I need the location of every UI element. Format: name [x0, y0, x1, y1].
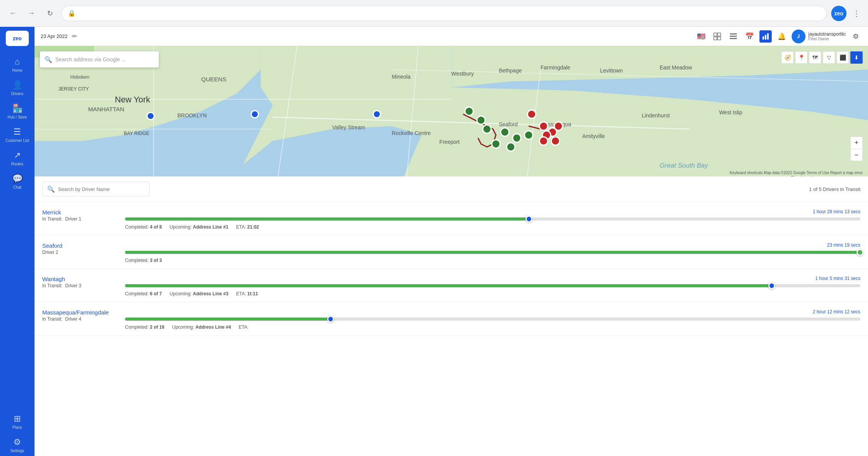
- drivers-panel: 🔍 1 of 5 Drivers in Transit Merrick In T…: [35, 176, 868, 456]
- upcoming-label-4: Upcoming: Address Line #4: [172, 324, 231, 330]
- svg-text:Massapequa: Massapequa: [540, 121, 571, 127]
- svg-point-72: [527, 110, 536, 119]
- sidebar-label-hub: Hub / Store: [8, 115, 27, 119]
- driver-massapequa-eta-right: 2 hour 12 mins 12 secs: [813, 309, 860, 314]
- refresh-button[interactable]: ↻: [43, 7, 57, 20]
- main-content: 23 Apr 2022 ✏ 🇺🇸 📅 🔔 J: [35, 27, 868, 456]
- svg-point-61: [512, 134, 521, 142]
- notification-icon[interactable]: 🔔: [776, 30, 788, 43]
- svg-line-20: [523, 69, 541, 176]
- svg-text:QUEENS: QUEENS: [201, 76, 227, 82]
- calendar-icon[interactable]: 📅: [743, 30, 756, 43]
- driver-search-icon: 🔍: [47, 186, 55, 193]
- grid1-icon[interactable]: [711, 30, 723, 43]
- svg-point-55: [251, 110, 259, 118]
- map-ctrl-street[interactable]: 🧭: [781, 51, 794, 64]
- svg-text:ELMHURST: ELMHURST: [171, 46, 201, 47]
- driver-massapequa-name[interactable]: Massapequa/Farmingdale: [42, 309, 119, 316]
- sidebar-label-routes: Routes: [11, 162, 23, 166]
- svg-text:West Islip: West Islip: [719, 109, 742, 115]
- map-background: MANHATTAN New York QUEENS BROOKLYN Valle…: [35, 46, 868, 176]
- zoom-out-button[interactable]: −: [850, 149, 863, 161]
- sidebar-item-plans[interactable]: ⊞ Plans: [3, 411, 32, 433]
- map-search-bar[interactable]: 🔍 Search address via Google ...: [40, 51, 159, 67]
- completed-label-4: Completed: 2 of 16: [125, 324, 165, 330]
- svg-text:Seaford: Seaford: [499, 121, 518, 127]
- driver-merrick-id: Driver 1: [65, 216, 81, 222]
- driver-wantagh-details: Completed: 6 of 7 Upcoming: Address Line…: [125, 291, 860, 296]
- driver-seaford-progress-section: 23 mins 19 secs Completed: 3 of 3: [125, 242, 860, 263]
- grid2-icon[interactable]: [727, 30, 740, 43]
- eta-label-4: ETA:: [239, 324, 249, 330]
- driver-merrick-progress-bar: [125, 217, 860, 221]
- map-ctrl-pin[interactable]: 📍: [795, 51, 807, 64]
- drivers-header: 🔍 1 of 5 Drivers in Transit: [35, 176, 868, 202]
- svg-text:Amityville: Amityville: [582, 133, 605, 139]
- top-bar: 23 Apr 2022 ✏ 🇺🇸 📅 🔔 J: [35, 27, 868, 46]
- upcoming-label-3: Upcoming: Address Line #3: [170, 291, 228, 296]
- driver-wantagh-progress-section: 1 hour 5 mins 31 secs Completed: 6 of 7 …: [125, 276, 860, 296]
- svg-point-57: [465, 107, 473, 115]
- driver-row: Merrick In Transit: Driver 1 1 hour 28 m…: [35, 202, 868, 235]
- driver-search-input[interactable]: [58, 186, 145, 192]
- svg-point-58: [477, 116, 485, 124]
- driver-merrick-progress-section: 1 hour 28 mins 13 secs Completed: 4 of 8…: [125, 209, 860, 230]
- forward-button[interactable]: →: [25, 7, 38, 20]
- driver-wantagh-name[interactable]: Wantagh: [42, 276, 119, 282]
- svg-point-60: [501, 128, 509, 136]
- driver-merrick-name[interactable]: Merrick: [42, 209, 119, 216]
- user-details: jayautotransportlic Fleet Owner: [809, 31, 846, 41]
- sidebar-label-plans: Plans: [12, 425, 22, 430]
- map-ctrl-layer[interactable]: 🗺: [809, 51, 821, 64]
- chart-icon[interactable]: [759, 30, 772, 43]
- svg-text:ASTORIA: ASTORIA: [64, 46, 88, 47]
- zoom-in-button[interactable]: +: [850, 137, 863, 149]
- driver-row-top: Seaford Driver 2 23 mins 19 secs: [42, 242, 860, 263]
- sidebar-item-hub[interactable]: 🏪 Hub / Store: [3, 100, 32, 122]
- svg-point-67: [554, 122, 563, 130]
- svg-text:BROOKLYN: BROOKLYN: [178, 112, 207, 119]
- upcoming-label-1: Upcoming: Address Line #1: [170, 224, 228, 230]
- flag-icon[interactable]: 🇺🇸: [695, 30, 707, 43]
- user-info[interactable]: J jayautotransportlic Fleet Owner: [792, 30, 846, 43]
- svg-marker-15: [243, 126, 422, 176]
- sidebar-item-routes[interactable]: ↗ Routes: [3, 147, 32, 169]
- sidebar-item-customer-list[interactable]: ☰ Customer List: [3, 124, 32, 146]
- sidebar-item-chat[interactable]: 💬 Chat: [3, 171, 32, 193]
- map-ctrl-fullscreen[interactable]: ⬛: [837, 51, 849, 64]
- sidebar-item-drivers[interactable]: 👤 Drivers: [3, 77, 32, 99]
- routes-icon: ↗: [14, 150, 21, 160]
- svg-rect-1: [718, 33, 721, 36]
- svg-text:JERSEY CITY: JERSEY CITY: [58, 86, 89, 92]
- driver-seaford-progress-bar: [125, 251, 860, 254]
- driver-merrick-status: In Transit:: [42, 216, 63, 222]
- profile-button[interactable]: zeo: [831, 6, 847, 21]
- map-ctrl-arrow[interactable]: ▽: [823, 51, 835, 64]
- svg-text:Great South Bay: Great South Bay: [660, 162, 709, 169]
- sidebar-item-home[interactable]: ⌂ Home: [3, 54, 32, 76]
- sidebar-item-settings[interactable]: ⚙ Settings: [3, 434, 32, 456]
- svg-point-63: [492, 140, 500, 148]
- svg-text:BAY RIDGE: BAY RIDGE: [124, 131, 149, 136]
- svg-text:Mineola: Mineola: [392, 74, 410, 80]
- sidebar-label-chat: Chat: [13, 185, 21, 189]
- lock-icon: 🔒: [68, 10, 76, 17]
- driver-row: Wantagh In Transit: Driver 3 1 hour 5 mi…: [35, 269, 868, 302]
- map-search-placeholder: Search address via Google ...: [55, 56, 126, 63]
- driver-massapequa-label: In Transit: Driver 4: [42, 316, 119, 322]
- svg-text:New York: New York: [115, 95, 150, 104]
- svg-point-68: [542, 131, 551, 139]
- edit-date-button[interactable]: ✏: [72, 33, 77, 40]
- completed-label-2: Completed: 3 of 3: [125, 258, 162, 263]
- svg-line-18: [273, 46, 303, 176]
- sidebar-label-customer-list: Customer List: [5, 138, 29, 143]
- driver-row-top: Wantagh In Transit: Driver 3 1 hour 5 mi…: [42, 276, 860, 296]
- topbar-settings-icon[interactable]: ⚙: [850, 30, 862, 43]
- back-button[interactable]: ←: [6, 7, 20, 20]
- map-ctrl-download[interactable]: ⬇: [850, 51, 863, 64]
- svg-text:MANHATTAN: MANHATTAN: [88, 106, 124, 112]
- driver-wantagh-progress-fill: [125, 284, 772, 287]
- driver-seaford-name[interactable]: Seaford: [42, 242, 119, 249]
- browser-menu-button[interactable]: ⋮: [851, 7, 862, 20]
- driver-row-top: Merrick In Transit: Driver 1 1 hour 28 m…: [42, 209, 860, 230]
